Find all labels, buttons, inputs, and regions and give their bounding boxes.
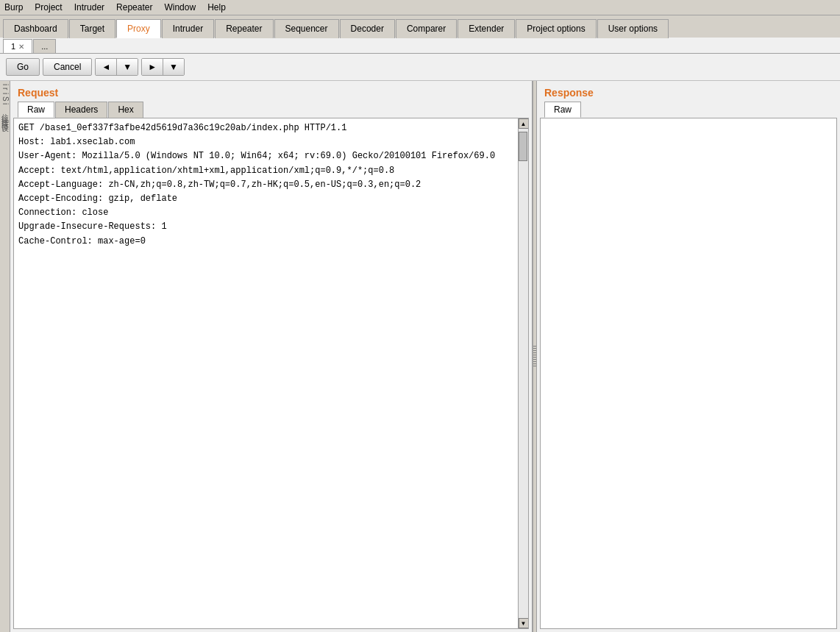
next-nav-group: ► ▼ [141, 58, 185, 76]
request-text[interactable]: GET /base1_0ef337f3afbe42d5619d7a36c19c2… [14, 118, 518, 628]
sub-tab-more-label: ... [41, 42, 48, 51]
menu-project[interactable]: Project [33, 1, 63, 13]
request-vertical-scrollbar[interactable]: ▲ ▼ [518, 118, 528, 628]
request-tab-hex[interactable]: Hex [108, 102, 143, 118]
menu-intruder[interactable]: Intruder [73, 1, 106, 13]
prev-dropdown-button[interactable]: ▼ [117, 59, 138, 75]
sidebar-char-4: S [0, 96, 10, 102]
tab-extender[interactable]: Extender [458, 19, 515, 38]
sidebar-char-12: i [0, 121, 10, 122]
sidebar-char-2: r [0, 88, 10, 90]
request-tabs: Raw Headers Hex [10, 102, 532, 118]
menu-window[interactable]: Window [163, 1, 197, 13]
sidebar-char-1: i [0, 84, 10, 85]
sidebar-char-3: i [0, 93, 10, 94]
tab-user-options[interactable]: User options [597, 19, 669, 38]
sub-tab-1[interactable]: 1 ✕ [3, 39, 32, 53]
scroll-up-arrow[interactable]: ▲ [519, 118, 529, 129]
prev-nav-group: ◄ ▼ [95, 58, 138, 76]
tab-comparer[interactable]: Comparer [396, 19, 457, 38]
response-panel: Response Raw [537, 81, 840, 632]
divider-handle [533, 346, 536, 368]
sub-tab-1-label: 1 [11, 42, 15, 51]
menu-help[interactable]: Help [206, 1, 227, 13]
scroll-down-arrow[interactable]: ▼ [519, 618, 529, 628]
request-header: Request [10, 81, 532, 102]
tab-proxy[interactable]: Proxy [116, 19, 161, 38]
content-area: i r i S i 位 位 位 位 位 设 i r Request Raw He… [0, 81, 840, 632]
request-panel: Request Raw Headers Hex GET /base1_0ef33… [10, 81, 533, 632]
sub-tab-more[interactable]: ... [33, 39, 56, 53]
response-content-area [540, 118, 837, 629]
left-sidebar: i r i S i 位 位 位 位 位 设 i r [0, 81, 10, 632]
prev-button[interactable]: ◄ [96, 59, 117, 75]
tab-target[interactable]: Target [69, 19, 115, 38]
next-dropdown-button[interactable]: ▼ [163, 59, 184, 75]
tab-intruder[interactable]: Intruder [162, 19, 214, 38]
sidebar-char-5: i [0, 103, 10, 104]
close-icon[interactable]: ✕ [18, 43, 24, 51]
request-tab-headers[interactable]: Headers [55, 102, 107, 118]
response-tabs: Raw [537, 102, 840, 118]
scroll-thumb[interactable] [519, 132, 527, 161]
main-tab-bar: Dashboard Target Proxy Intruder Repeater… [0, 15, 840, 38]
response-text[interactable] [541, 118, 836, 628]
tab-sequencer[interactable]: Sequencer [274, 19, 339, 38]
menu-repeater[interactable]: Repeater [115, 1, 154, 13]
tab-dashboard[interactable]: Dashboard [3, 19, 68, 38]
tab-repeater[interactable]: Repeater [215, 19, 273, 38]
sidebar-char-13: r [0, 124, 10, 127]
response-tab-raw[interactable]: Raw [544, 102, 581, 118]
menu-burp[interactable]: Burp [3, 1, 24, 13]
tab-decoder[interactable]: Decoder [340, 19, 395, 38]
cancel-button[interactable]: Cancel [43, 58, 92, 76]
tab-project-options[interactable]: Project options [516, 19, 596, 38]
sub-tab-bar: 1 ✕ ... [0, 38, 840, 54]
menu-bar: Burp Project Intruder Repeater Window He… [0, 0, 840, 15]
next-button[interactable]: ► [142, 59, 163, 75]
scroll-track[interactable] [519, 129, 528, 618]
request-content-area: GET /base1_0ef337f3afbe42d5619d7a36c19c2… [13, 118, 529, 629]
go-button[interactable]: Go [6, 58, 40, 76]
repeater-toolbar: Go Cancel ◄ ▼ ► ▼ [0, 54, 840, 81]
response-header: Response [537, 81, 840, 102]
request-tab-raw[interactable]: Raw [18, 102, 54, 118]
